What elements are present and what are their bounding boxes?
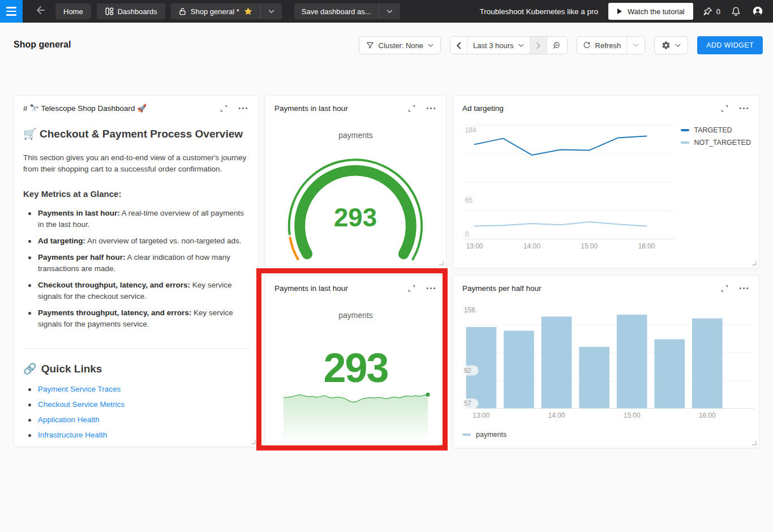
widget-payments-single-value: Payments in last hour payments 293: [265, 275, 446, 448]
svg-text:57: 57: [464, 400, 472, 407]
legend-item[interactable]: NOT_TARGETED: [681, 139, 751, 147]
quick-link-item: Checkout Service Metrics: [27, 399, 249, 410]
resize-handle[interactable]: [751, 260, 757, 265]
add-widget-button[interactable]: ADD WIDGET: [697, 36, 763, 54]
sparkline-chart: [265, 276, 446, 448]
pin-count: 0: [716, 7, 720, 16]
ellipsis-icon: [739, 107, 749, 110]
legend-label: NOT_TARGETED: [694, 139, 751, 147]
quick-link[interactable]: Infrastructure Health: [38, 431, 107, 439]
time-forward-button[interactable]: [530, 37, 547, 54]
expand-icon: [720, 284, 729, 293]
svg-text:16:00: 16:00: [699, 411, 716, 419]
nav-tab-home[interactable]: Home: [55, 3, 91, 19]
ellipsis-icon: [426, 107, 436, 110]
time-back-button[interactable]: [450, 37, 467, 54]
svg-text:293: 293: [334, 203, 377, 232]
widget-menu-button[interactable]: [738, 286, 750, 291]
bar-chart: 156925713:0014:0015:0016:00: [453, 276, 759, 448]
widget-payments-per-half-hour: Payments per half hour 156925713:0014:00…: [453, 275, 759, 448]
resize-handle[interactable]: [439, 260, 444, 265]
svg-text:13:00: 13:00: [473, 411, 490, 419]
widget-header: Payments per half hour: [453, 276, 759, 301]
refresh-menu-button[interactable]: [626, 37, 645, 54]
hamburger-menu-button[interactable]: [0, 0, 23, 23]
widget-title: Payments per half hour: [462, 284, 719, 293]
expand-icon: [407, 284, 416, 293]
time-range-label: Last 3 hours: [473, 41, 514, 50]
svg-text:184: 184: [465, 126, 476, 134]
widget-header: # 🔭 Telescope Shop Dashboard 🚀: [14, 96, 258, 121]
play-icon: [617, 8, 622, 15]
pinned-views-button[interactable]: 0: [701, 5, 722, 18]
current-dashboard-tab-group: Shop general *: [171, 3, 282, 19]
nav-tab-dashboards[interactable]: Dashboards: [97, 3, 165, 19]
watch-tutorial-label: Watch the tutorial: [628, 7, 685, 16]
chevron-down-icon: [675, 44, 681, 48]
quick-link-item: Payment Service Traces: [27, 384, 249, 395]
current-dashboard-label: Shop general *: [191, 7, 239, 16]
widget-menu-button[interactable]: [738, 106, 750, 111]
expand-icon: [720, 104, 729, 113]
notifications-button[interactable]: [729, 5, 742, 18]
widget-title: Payments in last hour: [274, 284, 406, 293]
time-range-button[interactable]: Last 3 hours: [467, 37, 530, 54]
expand-widget-button[interactable]: [719, 283, 730, 294]
chevron-down-icon: [633, 43, 639, 48]
ellipsis-icon: [238, 107, 248, 110]
quick-link[interactable]: Checkout Service Metrics: [38, 400, 124, 409]
resize-handle[interactable]: [439, 440, 444, 445]
dashboard-settings-button[interactable]: [654, 36, 688, 54]
page-header: Shop general Cluster: None Last 3 hours: [0, 23, 773, 63]
cluster-filter-button[interactable]: Cluster: None: [359, 36, 441, 54]
refresh-icon: [583, 41, 591, 49]
filter-funnel-icon: [366, 41, 374, 49]
home-tab-label: Home: [63, 7, 83, 16]
user-avatar-button[interactable]: [750, 4, 765, 19]
quick-link-item: Infrastructure Health: [27, 430, 249, 441]
avatar-icon: [751, 5, 764, 18]
legend-item[interactable]: TARGETED: [681, 126, 751, 134]
legend-item[interactable]: payments: [462, 431, 506, 439]
expand-icon: [407, 104, 416, 113]
save-dashboard-menu-button[interactable]: [379, 3, 400, 19]
widget-menu-button[interactable]: [237, 106, 249, 111]
svg-text:15:00: 15:00: [624, 411, 641, 419]
resize-handle[interactable]: [751, 440, 757, 445]
watch-tutorial-button[interactable]: Watch the tutorial: [608, 3, 693, 20]
refresh-label: Refresh: [595, 41, 621, 50]
gear-icon: [662, 41, 671, 50]
expand-widget-button[interactable]: [218, 103, 229, 114]
widget-menu-button[interactable]: [425, 286, 437, 291]
widget-menu-button[interactable]: [425, 106, 437, 111]
markdown-content: 🛒 Checkout & Payment Process Overview Th…: [23, 121, 249, 441]
pin-icon: [702, 6, 713, 17]
markdown-heading: 🛒 Checkout & Payment Process Overview: [23, 127, 249, 141]
metric-item: Checkout throughput, latency, and errors…: [27, 280, 249, 302]
ellipsis-icon: [426, 287, 436, 290]
refresh-button[interactable]: Refresh: [577, 37, 627, 54]
svg-text:156: 156: [464, 306, 475, 314]
expand-icon: [220, 104, 228, 113]
expand-widget-button[interactable]: [406, 283, 417, 294]
back-button[interactable]: [31, 0, 50, 23]
dashboard-tab-menu-button[interactable]: [260, 3, 282, 19]
expand-widget-button[interactable]: [719, 103, 730, 114]
expand-widget-button[interactable]: [406, 103, 417, 114]
metric-item: Payments in last hour: A real-time overv…: [27, 208, 249, 230]
quick-link[interactable]: Payment Service Traces: [38, 385, 121, 393]
metrics-heading: Key Metrics at a Glance:: [23, 188, 249, 200]
nav-tab-shop-general[interactable]: Shop general *: [171, 3, 260, 19]
zoom-out-time-button[interactable]: [547, 37, 567, 54]
markdown-intro: This section gives you an end-to-end vie…: [23, 152, 249, 175]
svg-text:14:00: 14:00: [548, 411, 565, 419]
metric-item: Ad targeting: An overview of targeted vs…: [27, 235, 249, 247]
save-dashboard-as-button[interactable]: Save dashboard as...: [294, 3, 379, 19]
metric-item: Payments per half hour: A clear indicati…: [27, 252, 249, 274]
promo-text: Troubleshoot Kubernetes like a pro: [479, 7, 598, 16]
legend-swatch: [681, 141, 689, 144]
time-range-group: Last 3 hours: [450, 36, 568, 54]
quick-link[interactable]: Application Health: [38, 415, 100, 424]
legend-swatch: [462, 434, 471, 436]
resize-handle[interactable]: [251, 439, 256, 444]
